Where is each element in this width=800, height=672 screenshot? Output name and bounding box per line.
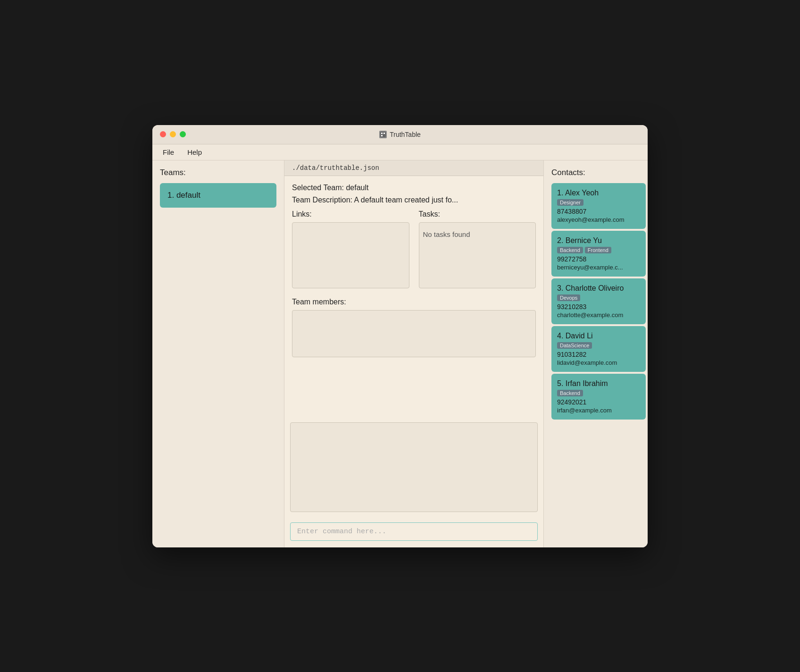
maximize-button[interactable] — [180, 131, 186, 137]
contact-name: 5. Irfan Ibrahim — [557, 379, 640, 388]
contact-email: charlotte@example.com — [557, 311, 640, 319]
contact-phone: 91031282 — [557, 351, 640, 358]
contact-card[interactable]: 4. David LiDataScience91031282lidavid@ex… — [551, 326, 646, 372]
contact-tags: Backend — [557, 390, 640, 396]
contact-name: 3. Charlotte Oliveiro — [557, 284, 640, 293]
links-label: Links: — [292, 210, 409, 218]
svg-rect-2 — [383, 133, 385, 134]
svg-rect-3 — [381, 135, 383, 136]
contact-tag: Devops — [557, 294, 580, 301]
links-col: Links: — [292, 210, 409, 288]
contact-card[interactable]: 5. Irfan IbrahimBackend92492021irfan@exa… — [551, 374, 646, 420]
contact-card[interactable]: 3. Charlotte OliveiroDevops93210283charl… — [551, 278, 646, 324]
contact-tags: Devops — [557, 294, 640, 301]
contacts-title: Contacts: — [551, 168, 648, 177]
output-box — [290, 422, 538, 512]
command-input-wrapper — [284, 518, 543, 547]
contact-name: 2. Bernice Yu — [557, 236, 640, 245]
menu-bar: File Help — [152, 144, 648, 160]
contact-tag: Backend — [557, 247, 583, 253]
links-box — [292, 222, 409, 288]
contact-tag: Frontend — [585, 247, 611, 253]
contact-email: lidavid@example.com — [557, 359, 640, 366]
contact-phone: 99272758 — [557, 255, 640, 263]
traffic-lights — [160, 131, 186, 137]
contact-tags: BackendFrontend — [557, 247, 640, 253]
close-button[interactable] — [160, 131, 166, 137]
contact-phone: 87438807 — [557, 208, 640, 215]
contact-email: berniceyu@example.c... — [557, 264, 640, 271]
contact-tag: Backend — [557, 390, 583, 396]
info-grid: Links: Tasks: No tasks found — [292, 210, 536, 288]
file-path-bar: ./data/truthtable.json — [284, 160, 543, 176]
contact-card[interactable]: 2. Bernice YuBackendFrontend99272758bern… — [551, 231, 646, 277]
svg-rect-1 — [381, 133, 383, 134]
contact-phone: 93210283 — [557, 303, 640, 311]
contact-phone: 92492021 — [557, 398, 640, 406]
contact-email: alexyeoh@example.com — [557, 216, 640, 223]
contact-card[interactable]: 1. Alex YeohDesigner87438807alexyeoh@exa… — [551, 183, 646, 229]
window-title-area: TruthTable — [379, 131, 421, 138]
contact-tags: DataScience — [557, 342, 640, 349]
team-item[interactable]: 1. default — [160, 183, 276, 208]
teams-panel: Teams: 1. default — [152, 160, 284, 547]
contact-tag: Designer — [557, 199, 583, 206]
menu-file[interactable]: File — [160, 147, 177, 157]
minimize-button[interactable] — [170, 131, 176, 137]
app-icon — [379, 131, 387, 138]
team-members-box — [292, 310, 536, 357]
team-members-title: Team members: — [292, 298, 536, 306]
selected-team-line: Selected Team: default — [292, 184, 536, 192]
contact-tags: Designer — [557, 199, 640, 206]
team-description-line: Team Description: A default team created… — [292, 196, 536, 204]
tasks-label: Tasks: — [419, 210, 536, 218]
contacts-panel: Contacts: 1. Alex YeohDesigner87438807al… — [544, 160, 648, 547]
tasks-col: Tasks: No tasks found — [419, 210, 536, 288]
contact-name: 4. David Li — [557, 332, 640, 340]
contact-name: 1. Alex Yeoh — [557, 189, 640, 197]
svg-rect-0 — [380, 132, 386, 137]
team-members-section: Team members: — [292, 298, 536, 357]
tasks-box: No tasks found — [419, 222, 536, 288]
teams-title: Teams: — [160, 168, 276, 177]
team-item-label: 1. default — [167, 191, 200, 200]
team-info: Selected Team: default Team Description:… — [284, 176, 543, 422]
no-tasks-text: No tasks found — [423, 227, 532, 242]
contact-email: irfan@example.com — [557, 407, 640, 414]
command-input[interactable] — [290, 522, 538, 541]
contacts-list: 1. Alex YeohDesigner87438807alexyeoh@exa… — [551, 183, 648, 540]
contact-tag: DataScience — [557, 342, 592, 349]
app-window: TruthTable File Help Teams: 1. default .… — [152, 125, 648, 547]
menu-help[interactable]: Help — [184, 147, 205, 157]
title-bar: TruthTable — [152, 125, 648, 144]
app-title: TruthTable — [390, 131, 421, 138]
center-panel: ./data/truthtable.json Selected Team: de… — [284, 160, 544, 547]
app-body: Teams: 1. default ./data/truthtable.json… — [152, 160, 648, 547]
